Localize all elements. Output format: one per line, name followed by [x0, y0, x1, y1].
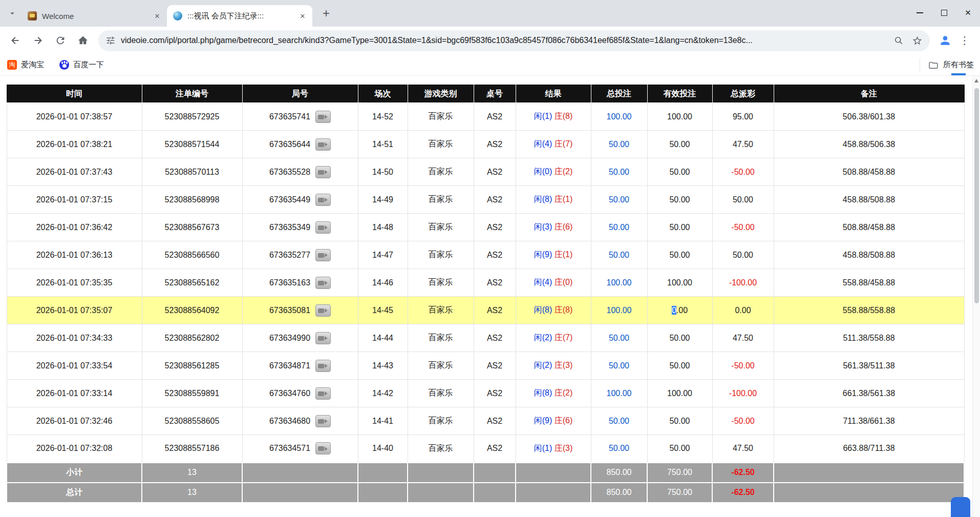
- cell-total-bet: 50.00: [591, 158, 647, 186]
- bookmark-aitaobao[interactable]: 淘 爱淘宝: [7, 60, 44, 70]
- camera-icon: [318, 308, 324, 313]
- result-player: 闲(9): [534, 250, 552, 259]
- camera-icon: [318, 225, 324, 230]
- home-button[interactable]: [73, 30, 93, 51]
- tab-close-icon[interactable]: ✕: [297, 10, 308, 22]
- cell-bet-id: 523088558605: [142, 407, 242, 435]
- cell-result: 闲(1) 庄(3): [516, 435, 591, 463]
- back-button[interactable]: [5, 30, 26, 51]
- tab-search-button[interactable]: [4, 5, 20, 22]
- cell-total-bet: 50.00: [591, 407, 647, 435]
- video-preview-icon[interactable]: [315, 166, 331, 178]
- site-settings-icon[interactable]: [105, 35, 116, 46]
- total-bet-link[interactable]: 50.00: [609, 417, 629, 425]
- total-bet-link[interactable]: 50.00: [609, 168, 629, 176]
- cell-time: 2026-01-01 07:35:35: [7, 269, 142, 297]
- cell-session: 14-45: [358, 297, 408, 324]
- window-close-button[interactable]: ✕: [956, 0, 980, 26]
- total-bet-link[interactable]: 50.00: [609, 334, 629, 342]
- tab-welcome[interactable]: Welcome ✕: [22, 5, 167, 27]
- cell-time: 2026-01-01 07:33:14: [7, 380, 142, 407]
- profile-button[interactable]: [935, 30, 955, 51]
- total-bet-link[interactable]: 50.00: [609, 444, 629, 452]
- cell-session: 14-41: [358, 407, 408, 435]
- cell-total-bet: 50.00: [591, 352, 647, 380]
- scrollbar-up-arrow-icon[interactable]: [974, 79, 978, 82]
- cell-result: 闲(4) 庄(0): [516, 269, 591, 297]
- zoom-icon[interactable]: [893, 35, 904, 46]
- video-preview-icon[interactable]: [315, 194, 331, 206]
- tab-betrecord[interactable]: :::视讯 会员下注纪录::: ✕: [167, 5, 312, 27]
- cell-game-type: 百家乐: [408, 269, 474, 297]
- cell-round: 673634990: [242, 324, 358, 352]
- bet-row: 2026-01-01 07:36:13523088566560673635277…: [7, 241, 964, 269]
- cell-time: 2026-01-01 07:35:07: [7, 297, 142, 324]
- result-player: 闲(3): [534, 222, 552, 231]
- cell-total-bet: 50.00: [591, 214, 647, 241]
- result-banker: 庄(1): [555, 250, 573, 259]
- baidu-icon: [59, 60, 69, 70]
- forward-arrow-icon: [32, 35, 44, 46]
- header-total-bet: 总投注: [591, 85, 647, 103]
- url-bar[interactable]: videoie.com/ipl/portal.php/game/betrecor…: [98, 30, 930, 51]
- cell-result: 闲(8) 庄(2): [516, 380, 591, 407]
- cell-table-no: AS2: [474, 407, 516, 435]
- video-preview-icon[interactable]: [315, 442, 331, 454]
- camera-icon: [318, 170, 324, 175]
- bookmark-baidu[interactable]: 百度一下: [59, 60, 104, 70]
- tab-close-icon[interactable]: ✕: [152, 10, 163, 22]
- video-preview-icon[interactable]: [315, 360, 331, 372]
- video-preview-icon[interactable]: [315, 277, 331, 289]
- cell-valid-bet: 0.00: [647, 297, 712, 324]
- video-preview-icon[interactable]: [315, 138, 331, 151]
- video-preview-icon[interactable]: [315, 111, 331, 123]
- omnibox-actions: [893, 35, 923, 46]
- page-scrollbar[interactable]: [972, 76, 980, 517]
- cell-valid-bet: 50.00: [647, 158, 712, 186]
- total-bet-link[interactable]: 50.00: [609, 223, 629, 232]
- total-label: 总计: [7, 483, 142, 503]
- all-bookmarks-button[interactable]: 所有书签: [920, 58, 974, 72]
- total-bet-link[interactable]: 50.00: [609, 251, 629, 259]
- total-payout: -62.50: [712, 483, 774, 503]
- home-icon: [77, 35, 89, 46]
- total-bet-link[interactable]: 50.00: [609, 195, 629, 204]
- result-banker: 庄(3): [555, 444, 573, 452]
- maximize-button[interactable]: [932, 0, 956, 26]
- total-bet-link[interactable]: 100.00: [607, 278, 632, 287]
- empty-cell: [408, 463, 474, 483]
- video-preview-icon[interactable]: [315, 221, 331, 234]
- floating-action-button[interactable]: [951, 497, 970, 517]
- cell-remark: 561.38/511.38: [774, 352, 964, 380]
- video-preview-icon[interactable]: [315, 304, 331, 317]
- refresh-button[interactable]: [50, 30, 71, 51]
- subtotal-row: 小计 13 850.00 750.00 -62.50: [7, 463, 964, 483]
- browser-menu-button[interactable]: ⋮: [955, 31, 974, 50]
- total-bet-link[interactable]: 100.00: [607, 112, 632, 121]
- total-bet-link[interactable]: 50.00: [609, 361, 629, 370]
- total-bet-link[interactable]: 100.00: [607, 306, 632, 315]
- minimize-button[interactable]: [908, 0, 932, 26]
- new-tab-button[interactable]: +: [317, 5, 335, 22]
- cell-table-no: AS2: [474, 131, 516, 158]
- scrollbar-thumb[interactable]: [974, 88, 979, 303]
- cell-remark: 558.88/558.88: [774, 297, 964, 324]
- cell-session: 14-43: [358, 352, 408, 380]
- cell-result: 闲(8) 庄(1): [516, 186, 591, 214]
- result-player: 闲(1): [534, 444, 552, 452]
- cell-result: 闲(4) 庄(7): [516, 131, 591, 158]
- welcome-favicon-icon: [28, 11, 37, 20]
- total-bet-link[interactable]: 100.00: [607, 389, 632, 398]
- subtotal-total-bet: 850.00: [591, 463, 647, 483]
- video-preview-icon[interactable]: [315, 387, 331, 400]
- result-player: 闲(0): [534, 167, 552, 176]
- bookmark-star-icon[interactable]: [912, 35, 923, 46]
- forward-button[interactable]: [28, 30, 48, 51]
- video-preview-icon[interactable]: [315, 415, 331, 427]
- cell-payout: -50.00: [712, 352, 774, 380]
- video-preview-icon[interactable]: [315, 249, 331, 261]
- cell-payout: 95.00: [712, 103, 774, 131]
- camera-icon: [318, 198, 324, 202]
- video-preview-icon[interactable]: [315, 332, 331, 344]
- total-bet-link[interactable]: 50.00: [609, 140, 629, 149]
